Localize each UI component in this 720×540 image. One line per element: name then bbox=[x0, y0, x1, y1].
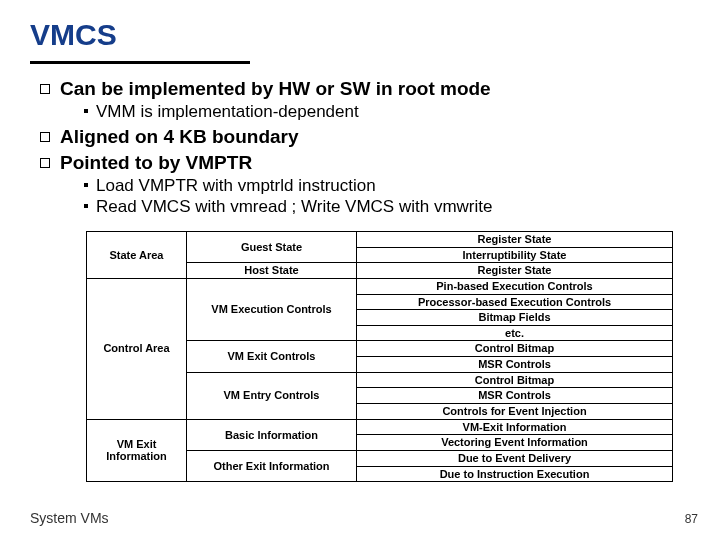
table-cell: VM-Exit Information bbox=[357, 419, 673, 435]
sub-bullet-item: Read VMCS with vmread ; Write VMCS with … bbox=[84, 197, 690, 217]
square-bullet-icon bbox=[40, 158, 50, 168]
table-cell: Due to Instruction Execution bbox=[357, 466, 673, 482]
table-cell: VM Exit Controls bbox=[187, 341, 357, 372]
vmcs-table-wrap: State Area Guest State Register State In… bbox=[86, 231, 672, 482]
bullet-text: Aligned on 4 KB boundary bbox=[60, 126, 299, 147]
page-number: 87 bbox=[685, 512, 698, 526]
sub-bullet-item: VMM is implementation-dependent bbox=[84, 102, 690, 122]
table-cell: Due to Event Delivery bbox=[357, 450, 673, 466]
table-cell: Interruptibility State bbox=[357, 247, 673, 263]
table-cell: Host State bbox=[187, 263, 357, 279]
table-row: VM Exit Information Basic Information VM… bbox=[87, 419, 673, 435]
table-cell: MSR Controls bbox=[357, 388, 673, 404]
slide: VMCS Can be implemented by HW or SW in r… bbox=[0, 0, 720, 540]
sub-bullet-text: Read VMCS with vmread ; Write VMCS with … bbox=[96, 197, 492, 216]
table-cell: VM Entry Controls bbox=[187, 372, 357, 419]
table-cell: Control Area bbox=[87, 278, 187, 419]
dot-bullet-icon bbox=[84, 183, 88, 187]
table-cell: etc. bbox=[357, 325, 673, 341]
square-bullet-icon bbox=[40, 132, 50, 142]
table-row: Control Area VM Execution Controls Pin-b… bbox=[87, 278, 673, 294]
bullet-item: Pointed to by VMPTR Load VMPTR with vmpt… bbox=[40, 152, 690, 217]
table-cell: Other Exit Information bbox=[187, 450, 357, 481]
table-cell: State Area bbox=[87, 232, 187, 279]
dot-bullet-icon bbox=[84, 109, 88, 113]
slide-title: VMCS bbox=[30, 18, 690, 51]
sub-bullet-text: VMM is implementation-dependent bbox=[96, 102, 359, 121]
table-cell: Register State bbox=[357, 232, 673, 248]
bullet-text: Can be implemented by HW or SW in root m… bbox=[60, 78, 491, 99]
sub-bullet-text: Load VMPTR with vmptrld instruction bbox=[96, 176, 376, 195]
table-cell: Basic Information bbox=[187, 419, 357, 450]
bullet-item: Aligned on 4 KB boundary bbox=[40, 126, 690, 148]
bullet-item: Can be implemented by HW or SW in root m… bbox=[40, 78, 690, 122]
dot-bullet-icon bbox=[84, 204, 88, 208]
table-cell: VM Execution Controls bbox=[187, 278, 357, 341]
bullet-text: Pointed to by VMPTR bbox=[60, 152, 252, 173]
table-cell: Pin-based Execution Controls bbox=[357, 278, 673, 294]
table-cell: VM Exit Information bbox=[87, 419, 187, 482]
table-row: State Area Guest State Register State bbox=[87, 232, 673, 248]
table-cell: Register State bbox=[357, 263, 673, 279]
square-bullet-icon bbox=[40, 84, 50, 94]
footer-left: System VMs bbox=[30, 510, 109, 526]
table-cell: Vectoring Event Information bbox=[357, 435, 673, 451]
sub-bullet-list: VMM is implementation-dependent bbox=[84, 102, 690, 122]
sub-bullet-item: Load VMPTR with vmptrld instruction bbox=[84, 176, 690, 196]
table-cell: Guest State bbox=[187, 232, 357, 263]
bullet-list: Can be implemented by HW or SW in root m… bbox=[40, 78, 690, 217]
sub-bullet-list: Load VMPTR with vmptrld instruction Read… bbox=[84, 176, 690, 217]
table-cell: Controls for Event Injection bbox=[357, 404, 673, 420]
vmcs-table: State Area Guest State Register State In… bbox=[86, 231, 673, 482]
table-cell: MSR Controls bbox=[357, 357, 673, 373]
table-cell: Bitmap Fields bbox=[357, 310, 673, 326]
table-cell: Processor-based Execution Controls bbox=[357, 294, 673, 310]
title-rule bbox=[30, 61, 250, 64]
table-cell: Control Bitmap bbox=[357, 341, 673, 357]
table-cell: Control Bitmap bbox=[357, 372, 673, 388]
